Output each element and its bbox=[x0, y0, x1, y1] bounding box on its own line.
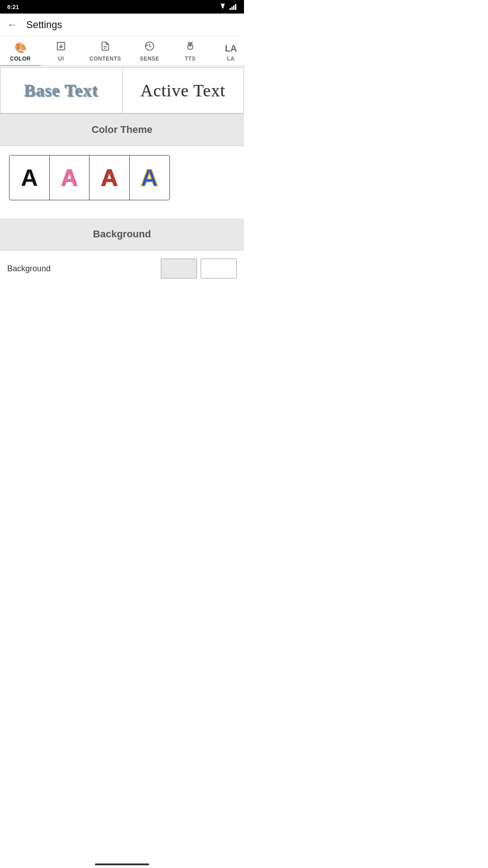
tab-color-label: COLOR bbox=[10, 56, 31, 62]
tab-ui-label: UI bbox=[58, 56, 64, 62]
palette-icon: 🎨 bbox=[14, 42, 27, 54]
background-title: Background bbox=[93, 228, 151, 240]
status-icons bbox=[219, 4, 237, 10]
theme-grid: A A A A bbox=[0, 146, 244, 209]
svg-rect-2 bbox=[233, 5, 235, 10]
text-preview: Base Text Active Text bbox=[0, 67, 244, 114]
theme-letter-blue-gold: A bbox=[141, 164, 158, 191]
theme-letter-black: A bbox=[21, 164, 38, 191]
tab-la[interactable]: LA LA bbox=[211, 39, 244, 66]
color-theme-title: Color Theme bbox=[92, 124, 152, 135]
background-swatches bbox=[161, 259, 237, 278]
page-title: Settings bbox=[26, 19, 62, 31]
svg-point-10 bbox=[190, 44, 191, 45]
active-text-preview[interactable]: Active Text bbox=[122, 67, 244, 113]
swatch-gray[interactable] bbox=[161, 259, 197, 278]
la-icon: LA bbox=[225, 43, 237, 54]
theme-black[interactable]: A bbox=[9, 155, 50, 200]
theme-pink[interactable]: A bbox=[49, 155, 90, 200]
tab-color[interactable]: 🎨 COLOR bbox=[0, 38, 41, 66]
document-icon bbox=[100, 41, 110, 54]
status-bar: 6:21 bbox=[0, 0, 244, 14]
wifi-icon bbox=[219, 4, 227, 10]
svg-rect-3 bbox=[235, 4, 236, 10]
swatch-white[interactable] bbox=[201, 259, 237, 278]
status-time: 6:21 bbox=[7, 4, 19, 10]
signal-icon bbox=[230, 4, 237, 10]
tab-sense[interactable]: SENSE bbox=[129, 37, 170, 66]
tts-icon bbox=[185, 41, 195, 54]
background-label: Background bbox=[7, 264, 51, 274]
app-bar: ← Settings bbox=[0, 14, 244, 37]
tab-tts[interactable]: TTS bbox=[170, 37, 211, 66]
background-row: Background bbox=[0, 250, 244, 287]
back-button[interactable]: ← bbox=[7, 19, 17, 31]
tab-contents[interactable]: CONTENTS bbox=[81, 37, 129, 66]
svg-rect-1 bbox=[231, 7, 233, 10]
theme-blue-gold[interactable]: A bbox=[129, 155, 170, 200]
color-theme-section-header: Color Theme bbox=[0, 114, 244, 146]
base-text-preview[interactable]: Base Text bbox=[0, 67, 122, 113]
sense-icon bbox=[145, 41, 155, 54]
tab-la-label: LA bbox=[227, 56, 235, 62]
theme-letter-red: A bbox=[101, 164, 118, 191]
tab-ui[interactable]: UI bbox=[41, 37, 81, 66]
theme-red[interactable]: A bbox=[89, 155, 130, 200]
base-text: Base Text bbox=[24, 80, 98, 100]
theme-letter-pink: A bbox=[61, 164, 78, 191]
tab-tts-label: TTS bbox=[185, 56, 196, 62]
tab-contents-label: CONTENTS bbox=[89, 56, 121, 62]
download-box-icon bbox=[56, 41, 66, 54]
svg-rect-0 bbox=[230, 8, 231, 10]
active-text: Active Text bbox=[141, 80, 225, 100]
tab-sense-label: SENSE bbox=[140, 56, 159, 62]
tab-bar: 🎨 COLOR UI CONTENTS bbox=[0, 37, 244, 66]
background-section-header: Background bbox=[0, 218, 244, 250]
